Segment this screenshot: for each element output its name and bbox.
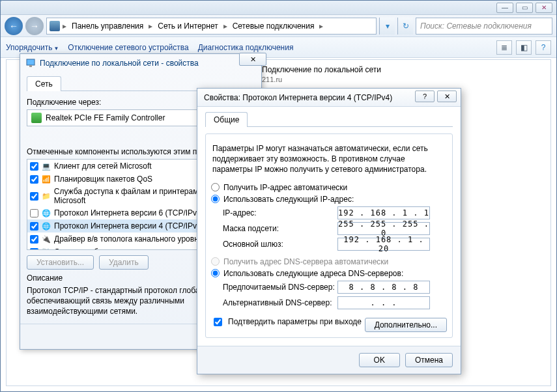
- view-button[interactable]: ≣: [496, 40, 512, 55]
- radio-input[interactable]: [211, 183, 220, 191]
- preferred-dns-label: Предпочитаемый DNS-сервер:: [223, 283, 337, 292]
- advanced-button[interactable]: Дополнительно...: [365, 318, 447, 332]
- diagnose-button[interactable]: Диагностика подключения: [198, 43, 294, 52]
- component-checkbox[interactable]: [30, 235, 38, 244]
- radio-dns-auto: Получить адрес DNS-сервера автоматически: [211, 257, 447, 266]
- radio-input: [211, 257, 220, 266]
- ip-address-label: IP-адрес:: [223, 208, 337, 217]
- component-checkbox[interactable]: [30, 222, 38, 231]
- component-checkbox[interactable]: [30, 248, 38, 251]
- protocol-icon: 🌐: [41, 208, 51, 218]
- help-button[interactable]: ?: [415, 91, 435, 102]
- component-checkbox[interactable]: [30, 175, 38, 184]
- alternate-dns-label: Альтернативный DNS-сервер:: [223, 298, 337, 307]
- component-checkbox[interactable]: [30, 162, 38, 171]
- dialog-footer: OK Отмена: [197, 346, 461, 374]
- preview-pane-button[interactable]: ◧: [516, 40, 532, 55]
- radio-input[interactable]: [211, 269, 220, 277]
- disable-device-button[interactable]: Отключение сетевого устройства: [68, 43, 188, 52]
- ipv4-properties-dialog: Свойства: Протокол Интернета версии 4 (T…: [197, 88, 461, 374]
- install-button[interactable]: Установить...: [27, 255, 94, 270]
- client-icon: 💻: [41, 161, 51, 171]
- radio-dns-manual[interactable]: Использовать следующие адреса DNS-сервер…: [211, 269, 447, 278]
- connection-name: Подключение по локальной сети: [262, 65, 543, 74]
- connection-domain: 211.ru: [262, 76, 543, 83]
- address-bar[interactable]: ▸ Панель управления ▸ Сеть и Интернет ▸ …: [46, 18, 377, 35]
- dialog-title: Свойства: Протокол Интернета версии 4 (T…: [204, 93, 392, 102]
- subnet-mask-input[interactable]: 255 . 255 . 255 . 0: [337, 222, 430, 235]
- close-button[interactable]: ✕: [536, 3, 552, 13]
- component-checkbox[interactable]: [30, 209, 38, 217]
- radio-ip-manual[interactable]: Использовать следующий IP-адрес:: [211, 195, 447, 204]
- breadcrumb-item[interactable]: Сетевые подключения: [230, 21, 317, 31]
- responder-icon: 📡: [41, 247, 51, 250]
- nic-icon: [31, 113, 42, 123]
- subnet-mask-label: Маска подсети:: [223, 224, 337, 233]
- explorer-titlebar: — ▭ ✕: [1, 1, 556, 15]
- driver-icon: 🔌: [41, 234, 51, 244]
- breadcrumb-item[interactable]: Сеть и Интернет: [155, 21, 220, 31]
- refresh-button[interactable]: ↻: [397, 18, 413, 35]
- component-checkbox[interactable]: [30, 192, 38, 201]
- gateway-label: Основной шлюз:: [223, 240, 337, 249]
- svg-rect-0: [27, 59, 35, 65]
- back-button[interactable]: ←: [5, 17, 23, 35]
- history-dropdown[interactable]: ▾: [379, 18, 395, 35]
- tab-general[interactable]: Общие: [205, 112, 248, 127]
- connection-item[interactable]: Подключение по локальной сети 211.ru: [254, 60, 550, 89]
- dialog-titlebar: Подключение по локальной сети - свойства…: [20, 54, 261, 72]
- tab-strip: Общие: [205, 112, 453, 127]
- ok-button[interactable]: OK: [359, 353, 400, 367]
- radio-ip-auto[interactable]: Получить IP-адрес автоматически: [211, 183, 447, 192]
- maximize-button[interactable]: ▭: [516, 3, 533, 13]
- cancel-button[interactable]: Отмена: [405, 353, 453, 367]
- close-button[interactable]: ✕: [437, 91, 457, 102]
- help-button[interactable]: ?: [536, 40, 551, 55]
- settings-group: Параметры IP могут назначаться автоматич…: [205, 133, 453, 338]
- chevron-right-icon: ▸: [63, 21, 66, 31]
- close-button[interactable]: ✕: [239, 53, 266, 66]
- protocol-icon: 🌐: [41, 221, 51, 231]
- svg-rect-1: [29, 65, 32, 67]
- nav-row: ← → ▸ Панель управления ▸ Сеть и Интерне…: [1, 15, 556, 37]
- dialog-title: Подключение по локальной сети - свойства: [40, 59, 199, 68]
- forward-button[interactable]: →: [25, 17, 44, 35]
- gateway-input[interactable]: 192 . 168 . 1 . 20: [337, 238, 430, 251]
- search-input[interactable]: Поиск: Сетевые подключения: [416, 18, 552, 35]
- validate-checkbox[interactable]: [214, 318, 222, 326]
- search-placeholder: Поиск: Сетевые подключения: [420, 21, 532, 31]
- alternate-dns-input[interactable]: . . .: [337, 296, 430, 309]
- adapter-name: Realtek PCIe FE Family Controller: [46, 113, 165, 122]
- ip-address-input[interactable]: 192 . 168 . 1 . 1: [337, 206, 430, 219]
- share-icon: 📁: [41, 191, 51, 201]
- uninstall-button[interactable]: Удалить: [99, 255, 149, 270]
- radio-input[interactable]: [211, 195, 220, 203]
- network-icon: [25, 58, 36, 68]
- minimize-button[interactable]: —: [496, 3, 513, 13]
- qos-icon: 📶: [41, 174, 51, 184]
- chevron-right-icon: ▸: [149, 21, 152, 31]
- dialog-titlebar: Свойства: Протокол Интернета версии 4 (T…: [197, 89, 461, 107]
- chevron-right-icon: ▸: [223, 21, 227, 31]
- breadcrumb-item[interactable]: Панель управления: [69, 21, 146, 31]
- preferred-dns-input[interactable]: 8 . 8 . 8 . 8: [337, 281, 430, 294]
- tab-network[interactable]: Сеть: [27, 76, 61, 91]
- address-icon: [50, 21, 60, 31]
- info-text: Параметры IP могут назначаться автоматич…: [212, 143, 446, 175]
- organize-menu[interactable]: Упорядочить▼: [6, 43, 59, 52]
- chevron-right-icon: ▸: [319, 21, 323, 31]
